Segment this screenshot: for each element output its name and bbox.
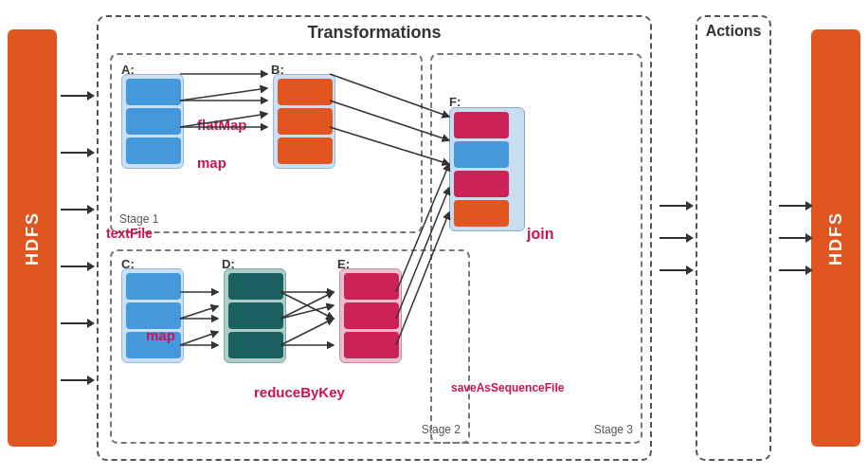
transformations-label: Transformations (307, 23, 441, 43)
stage2-box: Stage 2 C: D: (110, 249, 470, 444)
rdd-f-container (449, 107, 525, 231)
label-a: A: (121, 63, 135, 77)
stage1-box: Stage 1 A: B: flatMap map (110, 53, 423, 233)
stage3-label: Stage 3 (594, 423, 633, 436)
rdd-a-block2 (126, 108, 181, 135)
rdd-b-block3 (278, 137, 333, 164)
rdd-f-block3 (454, 171, 509, 197)
textfile-label: textFile (106, 226, 153, 241)
rdd-b-block1 (278, 79, 333, 105)
arrow-5 (61, 322, 89, 324)
rdd-e-block1 (344, 273, 399, 300)
rdd-c-container (121, 268, 184, 363)
hdfs-left: HDFS (8, 29, 57, 447)
saveas-label: saveAsSequenceFile (451, 381, 564, 394)
stage3-box: Stage 3 F: join saveAsSequenceFile (430, 53, 642, 444)
rdd-e-block2 (344, 302, 399, 329)
rdd-a-block3 (126, 137, 181, 164)
hdfs-right-label: HDFS (826, 211, 846, 265)
map-bottom-label: map (146, 327, 175, 343)
right-arrow-1 (660, 205, 688, 207)
hdfs-right: HDFS (811, 29, 860, 447)
label-b: B: (271, 63, 284, 77)
actions-box: Actions (696, 15, 771, 461)
label-f: F: (449, 95, 461, 109)
actions-label: Actions (706, 23, 762, 40)
reducebykey-label: reduceByKey (254, 384, 345, 400)
left-arrows (61, 67, 89, 409)
transformations-box: Transformations Stage 1 A: B: (97, 15, 652, 461)
arrow-2 (61, 152, 89, 154)
flatmap-label: flatMap (197, 117, 247, 133)
hdfs-left-label: HDFS (23, 211, 43, 265)
rdd-c-block2 (126, 302, 181, 329)
hdfs-right-arrow-3 (779, 269, 807, 271)
arrow-1 (61, 95, 89, 97)
rdd-a-container (121, 74, 184, 169)
rdd-d-block3 (228, 332, 283, 358)
rdd-e-container (339, 268, 402, 363)
arrow-4 (61, 265, 89, 267)
join-label: join (527, 226, 553, 243)
rdd-f-block2 (454, 141, 509, 168)
stage1-label: Stage 1 (119, 212, 158, 226)
rdd-a-block1 (126, 79, 181, 105)
hdfs-right-arrow-2 (779, 237, 807, 239)
map-top-label: map (197, 155, 226, 171)
rdd-f-block1 (454, 112, 509, 138)
label-c: C: (121, 257, 135, 271)
right-arrow-2 (660, 237, 688, 239)
label-d: D: (222, 257, 235, 271)
label-e: E: (337, 257, 350, 271)
rdd-b-block2 (278, 108, 333, 135)
hdfs-right-arrows (779, 205, 807, 271)
rdd-d-block1 (228, 273, 283, 300)
rdd-d-block2 (228, 302, 283, 329)
rdd-f-block4 (454, 200, 509, 227)
right-arrows (660, 205, 688, 271)
arrow-6 (61, 379, 89, 381)
rdd-c-block1 (126, 273, 181, 300)
arrow-3 (61, 209, 89, 211)
rdd-e-block3 (344, 332, 399, 358)
rdd-b-container (273, 74, 335, 169)
rdd-d-container (224, 268, 286, 363)
main-container: HDFS Transformations Stage 1 A: (0, 0, 868, 476)
hdfs-right-arrow-1 (779, 205, 807, 207)
right-arrow-3 (660, 269, 688, 271)
